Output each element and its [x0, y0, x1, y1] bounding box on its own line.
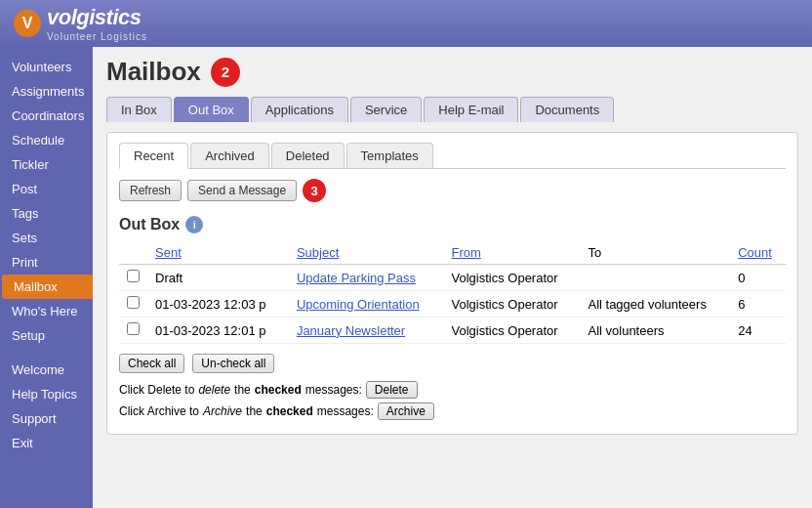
sidebar-item-setup[interactable]: Setup: [0, 323, 93, 348]
info-icon[interactable]: i: [185, 216, 203, 233]
subject-link-1[interactable]: Upcoming Orientation: [297, 297, 420, 312]
delete-prefix: Click Delete to: [119, 383, 194, 397]
main-tab-documents[interactable]: Documents: [520, 97, 614, 122]
page-title: Mailbox: [106, 57, 201, 87]
row-to-1: All tagged volunteers: [580, 291, 730, 318]
row-to-2: All volunteers: [580, 318, 730, 344]
sub-tab-templates[interactable]: Templates: [346, 143, 433, 168]
row-subject-2[interactable]: January Newsletter: [289, 318, 444, 344]
sidebar-item-mailbox[interactable]: Mailbox: [2, 275, 93, 299]
message-checkbox-0[interactable]: [127, 270, 140, 282]
row-count-1: 6: [730, 291, 786, 318]
archive-bold: checked: [266, 404, 313, 418]
main-tab-outbox[interactable]: Out Box: [174, 97, 249, 122]
archive-end: messages:: [317, 404, 374, 418]
row-checkbox-1: [119, 291, 147, 318]
page-badge: 2: [211, 58, 240, 87]
sidebar-item-sets[interactable]: Sets: [0, 226, 93, 250]
toolbar: Refresh Send a Message 3: [119, 179, 786, 202]
sub-tabs: RecentArchivedDeletedTemplates: [119, 143, 786, 169]
row-from-0: Volgistics Operator: [443, 265, 580, 291]
main-tab-service[interactable]: Service: [350, 97, 422, 122]
delete-line: Click Delete to delete the checked messa…: [119, 381, 786, 399]
row-sent-2: 01-03-2023 12:01 p: [147, 318, 289, 344]
archive-button[interactable]: Archive: [378, 402, 434, 420]
col-header-count[interactable]: Count: [730, 241, 786, 265]
sidebar-item-schedule[interactable]: Schedule: [0, 128, 93, 152]
subject-link-0[interactable]: Update Parking Pass: [297, 271, 416, 285]
sidebar-item-whoshere[interactable]: Who's Here: [0, 299, 93, 323]
sidebar-item-exit[interactable]: Exit: [0, 431, 93, 455]
row-from-1: Volgistics Operator: [443, 291, 580, 318]
table-row: 01-03-2023 12:03 pUpcoming OrientationVo…: [119, 291, 786, 318]
check-all-button[interactable]: Check all: [119, 354, 184, 373]
uncheck-all-button[interactable]: Un-check all: [192, 354, 274, 373]
sub-tab-recent[interactable]: Recent: [119, 143, 188, 169]
sidebar-item-tickler[interactable]: Tickler: [0, 152, 93, 177]
outbox-title: Out Box: [119, 216, 180, 233]
col-sort-from[interactable]: From: [451, 245, 480, 260]
col-header-checkbox: [119, 241, 147, 265]
sidebar-item-welcome[interactable]: Welcome: [0, 358, 93, 382]
outbox-heading: Out Box i: [119, 216, 786, 233]
main-tab-inbox[interactable]: In Box: [106, 97, 172, 122]
row-checkbox-2: [119, 318, 147, 344]
sidebar: VolunteersAssignmentsCoordinatorsSchedul…: [0, 47, 93, 508]
logo-subtitle: Volunteer Logistics: [47, 31, 147, 42]
sub-tab-deleted[interactable]: Deleted: [271, 143, 345, 168]
logo-icon: V: [14, 10, 41, 37]
col-sort-sent[interactable]: Sent: [155, 245, 182, 260]
main-tab-helpemail[interactable]: Help E-mail: [424, 97, 518, 122]
page-header: Mailbox 2: [106, 57, 798, 87]
row-count-0: 0: [730, 265, 786, 291]
col-header-from[interactable]: From: [443, 241, 580, 265]
col-sort-subject[interactable]: Subject: [297, 245, 339, 260]
sidebar-item-post[interactable]: Post: [0, 177, 93, 201]
col-header-to: To: [580, 241, 730, 265]
subject-link-2[interactable]: January Newsletter: [297, 323, 405, 338]
archive-italic: Archive: [203, 404, 242, 418]
messages-table: SentSubjectFromToCount DraftUpdate Parki…: [119, 241, 786, 344]
toolbar-badge: 3: [303, 179, 326, 202]
check-actions: Check all Un-check all: [119, 354, 786, 373]
main-tab-applications[interactable]: Applications: [251, 97, 348, 122]
archive-mid: the: [246, 404, 263, 418]
row-sent-0: Draft: [147, 265, 289, 291]
logo-text: volgistics: [47, 5, 141, 29]
row-subject-0[interactable]: Update Parking Pass: [289, 265, 444, 291]
sidebar-nav: VolunteersAssignmentsCoordinatorsSchedul…: [0, 55, 93, 455]
table-row: 01-03-2023 12:01 pJanuary NewsletterVolg…: [119, 318, 786, 344]
sidebar-item-tags[interactable]: Tags: [0, 201, 93, 226]
delete-button[interactable]: Delete: [366, 381, 418, 399]
row-checkbox-0: [119, 265, 147, 291]
row-to-0: [580, 265, 730, 291]
main-content: Mailbox 2 In BoxOut BoxApplicationsServi…: [93, 47, 812, 508]
sidebar-item-helptopics[interactable]: Help Topics: [0, 382, 93, 406]
delete-end: messages:: [305, 383, 362, 397]
table-row: DraftUpdate Parking PassVolgistics Opera…: [119, 265, 786, 291]
sidebar-item-print[interactable]: Print: [0, 250, 93, 275]
send-message-button[interactable]: Send a Message: [187, 180, 297, 201]
sidebar-item-assignments[interactable]: Assignments: [0, 79, 93, 104]
row-subject-1[interactable]: Upcoming Orientation: [289, 291, 444, 318]
archive-prefix: Click Archive to: [119, 404, 199, 418]
col-sort-count[interactable]: Count: [738, 245, 772, 260]
sidebar-item-coordinators[interactable]: Coordinators: [0, 104, 93, 128]
delete-italic: delete: [198, 383, 230, 397]
message-checkbox-2[interactable]: [127, 322, 140, 335]
row-sent-1: 01-03-2023 12:03 p: [147, 291, 289, 318]
delete-bold: checked: [255, 383, 302, 397]
delete-mid: the: [234, 383, 251, 397]
archive-line: Click Archive to Archive the checked mes…: [119, 402, 786, 420]
content-panel: RecentArchivedDeletedTemplates Refresh S…: [106, 132, 798, 435]
sidebar-item-support[interactable]: Support: [0, 406, 93, 431]
main-tabs: In BoxOut BoxApplicationsServiceHelp E-m…: [106, 97, 798, 122]
refresh-button[interactable]: Refresh: [119, 180, 182, 201]
col-header-sent[interactable]: Sent: [147, 241, 289, 265]
app-header: V volgistics Volunteer Logistics: [0, 0, 812, 47]
row-count-2: 24: [730, 318, 786, 344]
sidebar-item-volunteers[interactable]: Volunteers: [0, 55, 93, 79]
sub-tab-archived[interactable]: Archived: [190, 143, 269, 168]
col-header-subject[interactable]: Subject: [289, 241, 444, 265]
message-checkbox-1[interactable]: [127, 296, 140, 309]
